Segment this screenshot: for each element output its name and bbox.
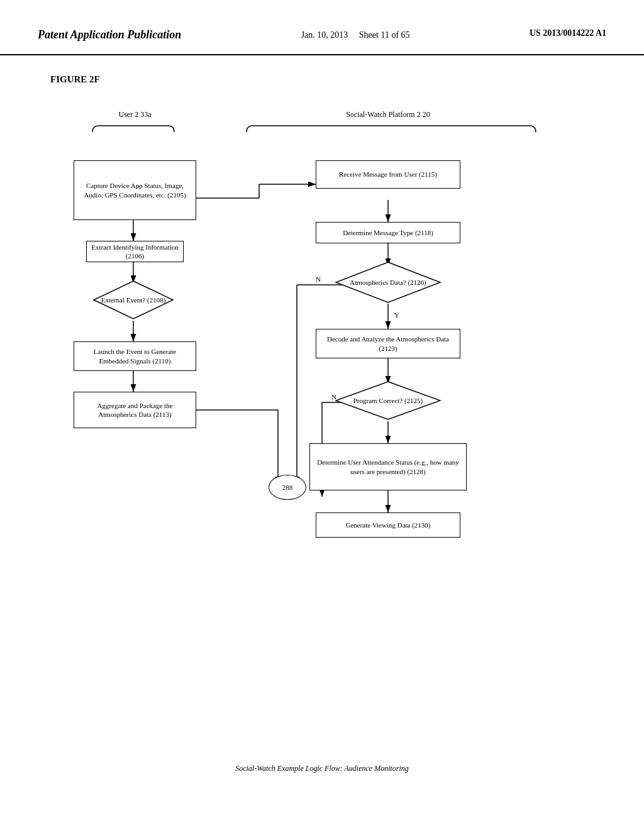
brace-label-platform: Social-Watch Platform 2 20 [240, 110, 536, 119]
publication-date: Jan. 10, 2013 [301, 30, 348, 40]
box-2118: Determine Message Type (2118) [316, 222, 460, 243]
flowchart: Y N N User 2 33a Social-Watch Plat [52, 97, 592, 758]
svg-text:Y: Y [394, 311, 399, 319]
brace-label-user: User 2 33a [86, 110, 184, 119]
oval-288: 288 [269, 475, 306, 500]
publication-title: Patent Application Publication [38, 28, 181, 42]
sheet-info: Sheet 11 of 65 [359, 30, 410, 40]
patent-number: US 2013/0014222 A1 [530, 28, 606, 38]
page: Patent Application Publication Jan. 10, … [0, 0, 644, 830]
box-2110: Launch the Event to Generate Embedded Si… [74, 341, 196, 371]
box-2113: Aggregate and Package the Atmospherics D… [74, 392, 196, 428]
figure-caption: Social-Watch Example Logic Flow: Audienc… [50, 764, 594, 773]
box-2115: Receive Message from User (2115) [316, 160, 460, 189]
figure-area: FIGURE 2F [0, 55, 644, 786]
diamond-2108: External Event? (2108) [92, 280, 174, 321]
diamond-2120: Atmospherics Data? (2120) [335, 261, 441, 304]
diamond-2125: Program Correct? (2125) [335, 380, 441, 421]
box-2123: Decode and Analyze the Atmospherics Data… [316, 329, 460, 358]
svg-text:N: N [316, 275, 321, 283]
box-2130: Generate Viewing Data (2130) [316, 512, 460, 538]
figure-label: FIGURE 2F [50, 74, 594, 85]
header: Patent Application Publication Jan. 10, … [0, 0, 644, 55]
header-center: Jan. 10, 2013 Sheet 11 of 65 [301, 28, 410, 42]
box-2128: Determine User Attendance Status (e.g., … [309, 443, 467, 490]
box-2105: Capture Device App Status, Image, Audio,… [74, 160, 196, 220]
box-2106: Extract Identifying Information (2106) [86, 241, 184, 262]
